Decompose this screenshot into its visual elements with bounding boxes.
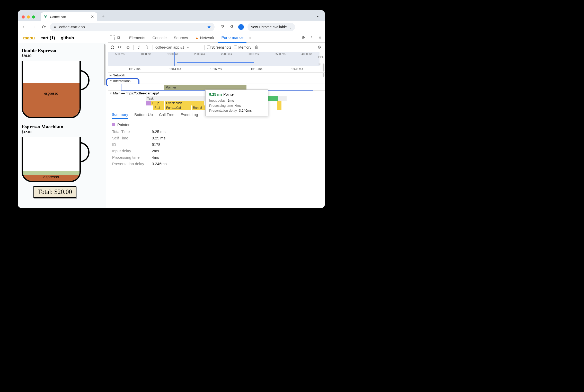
browser-tab[interactable]: Coffee cart ✕ [41,12,97,21]
product-name: Double Espresso [22,48,104,54]
record-button[interactable] [111,46,114,49]
summary-row: ID5178 [112,142,321,147]
disclosure-icon: ▶ [110,74,112,77]
memory-checkbox[interactable]: Memory [234,45,251,49]
webpage: menu cart (1) github Double Espresso $20… [18,33,108,208]
flame-block[interactable] [277,101,281,105]
time-ruler[interactable]: 1312 ms 1314 ms 1316 ms 1318 ms 1320 ms [108,66,325,73]
tab-menu-button[interactable]: ⌄ [314,12,321,19]
tab-network[interactable]: ▲Network [192,33,217,42]
summary-tab-summary[interactable]: Summary [112,110,128,119]
tracks-scrollbar[interactable] [323,64,324,72]
overview-timeline[interactable]: 500 ms1000 ms1500 ms2000 ms2500 ms3000 m… [108,52,325,66]
inspect-icon[interactable] [110,35,115,40]
nav-cart[interactable]: cart (1) [40,35,55,41]
devtools-tabs: ⧉ Elements Console Sources ▲Network Perf… [108,33,325,43]
maximize-window-icon[interactable] [32,15,35,19]
chevron-down-icon[interactable]: ▾ [187,45,189,49]
page-content: Double Espresso $20.00 espresso Espresso… [18,43,106,208]
color-swatch-icon [112,123,115,126]
gc-icon[interactable]: 🗑 [254,44,260,50]
nav-menu[interactable]: menu [23,35,35,41]
chrome-update-label: New Chrome available [251,25,287,29]
devtools-panel: ⧉ Elements Console Sources ▲Network Perf… [108,33,325,208]
bookmark-star-icon[interactable]: ★ [207,24,211,30]
page-nav: menu cart (1) github [18,33,108,43]
tab-sources[interactable]: Sources [171,33,191,42]
forward-button[interactable]: → [30,23,38,31]
window-controls [22,15,35,19]
interaction-tooltip: 9.25 ms Pointer Input delay2ms Processin… [205,90,268,116]
target-select[interactable]: coffee-cart.app #1 [155,45,184,49]
tab-title: Coffee cart [50,15,66,19]
reload-record-button[interactable]: ⟳ [117,44,122,50]
url-text: coffee-cart.app [59,25,85,29]
product-price: $20.00 [22,54,104,58]
summary-panel: Pointer Total Time9.25 ms Self Time9.25 … [108,119,325,171]
clear-button[interactable]: ⊘ [125,44,131,50]
labs-icon[interactable]: ⚗ [229,24,235,30]
network-track-header[interactable]: ▶ Network [108,73,325,78]
flame-block[interactable]: F…l [153,105,164,110]
mug-graphic[interactable]: espresso [22,61,90,119]
minimize-window-icon[interactable] [27,15,30,19]
upload-icon[interactable]: ⤴ [136,44,142,50]
flame-block[interactable]: Run M [192,105,205,110]
disclosure-icon: ▼ [110,79,112,82]
more-tabs-icon[interactable]: » [247,35,253,41]
summary-tab-calltree[interactable]: Call Tree [159,112,174,117]
vue-icon [44,15,47,19]
perf-settings-icon[interactable]: ⚙ [316,44,322,50]
disclosure-icon: ▼ [110,92,112,95]
tab-console[interactable]: Console [149,33,170,42]
fill-label: espresso [44,91,58,95]
browser-window: Coffee cart ✕ ＋ ⌄ ← → ⟳ ⚙ coffee-cart.ap… [18,10,325,208]
back-button[interactable]: ← [21,23,28,31]
flame-block[interactable] [277,105,281,110]
summary-tab-eventlog[interactable]: Event Log [181,112,198,117]
toolbar-right: ⧩ ⚗ New Chrome available ⋮ [220,23,295,31]
warning-icon: ▲ [195,36,199,40]
total-box[interactable]: Total: $20.00 [33,186,76,198]
extensions-icon[interactable]: ⧩ [220,24,225,30]
chrome-update-pill[interactable]: New Chrome available ⋮ [247,23,295,31]
flame-task[interactable]: Task [146,96,205,101]
browser-toolbar: ← → ⟳ ⚙ coffee-cart.app ★ ⧩ ⚗ New Chrome… [18,21,325,33]
cpu-label: CPU [318,56,324,59]
product-name: Espresso Macchiato [22,124,104,130]
summary-row: Input delay2ms [112,149,321,153]
content-area: menu cart (1) github Double Espresso $20… [18,33,325,208]
mug-graphic[interactable]: espresso [22,137,90,183]
device-toolbar-icon[interactable]: ⧉ [116,35,121,41]
tab-elements[interactable]: Elements [126,33,148,42]
summary-row: Total Time9.25 ms [112,129,321,134]
flame-func-call[interactable]: Func…Call [165,105,191,110]
site-settings-icon[interactable]: ⚙ [54,25,57,29]
flame-block[interactable] [268,96,278,101]
product-card: Double Espresso $20.00 espresso [22,48,104,119]
close-tab-icon[interactable]: ✕ [91,14,94,19]
flame-event-click[interactable]: Event: click [165,101,204,105]
product-price: $12.00 [22,130,104,134]
close-devtools-icon[interactable]: ✕ [317,35,323,41]
tracks-area: ▶ Network ▼ Interactions Pointer ▼ Main … [108,73,325,110]
tab-performance[interactable]: Performance [218,33,246,43]
interactions-track-header[interactable]: ▼ Interactions [108,78,325,84]
page-scrollbar[interactable] [104,44,105,85]
reload-button[interactable]: ⟳ [40,23,47,31]
tracks-scrollbar[interactable] [323,73,324,77]
kebab-icon[interactable]: ⋮ [309,35,314,41]
summary-row: Presentation delay3.246ms [112,162,321,166]
close-window-icon[interactable] [22,15,25,19]
nav-github[interactable]: github [61,35,74,41]
address-bar[interactable]: ⚙ coffee-cart.app ★ [50,23,215,31]
screenshots-checkbox[interactable]: Screenshots [207,45,232,49]
new-tab-button[interactable]: ＋ [101,13,105,19]
summary-tab-bottomup[interactable]: Bottom-Up [134,112,153,117]
profile-avatar[interactable] [238,24,244,30]
settings-icon[interactable]: ⚙ [300,35,306,41]
download-icon[interactable]: ⤵ [144,44,150,50]
tab-strip: Coffee cart ✕ ＋ ⌄ [18,10,325,21]
flame-block[interactable] [146,101,151,105]
flame-block[interactable]: E…p [151,101,164,105]
